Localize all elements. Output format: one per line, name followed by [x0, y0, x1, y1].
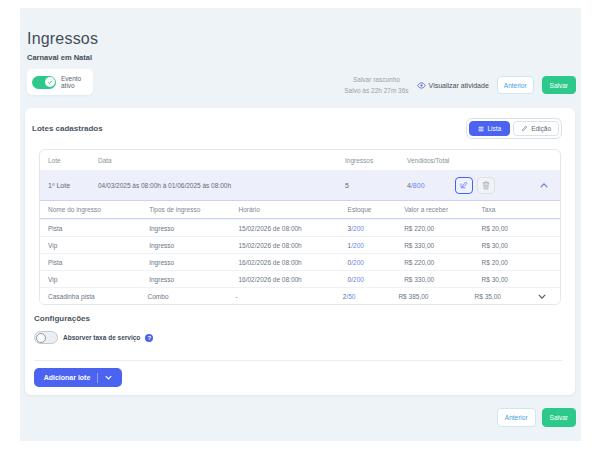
list-icon: [478, 126, 484, 132]
lots-table-header-row: Lote Data Ingressos Vendidos/Total: [40, 150, 560, 170]
card-divider: [34, 360, 562, 361]
trash-icon: [482, 181, 490, 190]
button-separator: [97, 373, 98, 383]
list-view-button[interactable]: Lista: [469, 121, 510, 136]
lots-card-header: Lotes cadastrados Lista Edição: [25, 108, 575, 139]
ticket-type: Combo: [148, 293, 236, 300]
help-icon[interactable]: ?: [145, 334, 153, 342]
view-activity-label: Visualizar atividade: [429, 82, 489, 89]
pencil-icon: [521, 125, 528, 132]
save-draft-title: Salvar rascunho: [344, 74, 408, 85]
ticket-name: Vip: [40, 276, 149, 283]
lot-date-range: 04/03/2025 às 08:00h à 01/06/2025 às 08:…: [98, 182, 345, 189]
lots-table: Lote Data Ingressos Vendidos/Total 1º Lo…: [39, 149, 561, 305]
lot-actions: [455, 177, 560, 194]
list-view-label: Lista: [487, 125, 501, 132]
header-actions: Salvar rascunho Salvo às 22h 27m 36s Vis…: [344, 74, 576, 96]
ticket-stock: 2/50: [343, 293, 399, 300]
edit-view-button[interactable]: Edição: [513, 121, 559, 136]
save-draft-time: Salvo às 22h 27m 36s: [344, 85, 408, 96]
tickets-table-header-row: Nome do ingresso Tipos de ingresso Horár…: [40, 200, 560, 219]
col-header-nome: Nome do ingresso: [40, 206, 149, 213]
ticket-schedule: -: [235, 293, 342, 300]
col-header-horario: Horário: [238, 206, 347, 213]
col-header-ingressos: Ingressos: [345, 157, 407, 164]
previous-button-top[interactable]: Anterior: [497, 76, 534, 94]
event-active-toggle[interactable]: [32, 76, 56, 89]
chevron-up-icon: [540, 183, 548, 188]
ticket-schedule: 15/02/2026 de 08:00h: [238, 242, 347, 249]
event-name: Carnaval em Natal: [27, 53, 92, 62]
ticket-stock: 0/200: [348, 259, 405, 266]
view-activity-link[interactable]: Visualizar atividade: [417, 82, 489, 89]
col-header-vendidos-total: Vendidos/Total: [407, 157, 455, 164]
ticket-fee: R$ 35,00: [475, 293, 538, 300]
lot-sold-total: 4/800: [407, 182, 455, 189]
lots-card: Lotes cadastrados Lista Edição Lote Data: [25, 108, 575, 395]
save-button-bottom[interactable]: Salvar: [542, 408, 576, 427]
delete-lot-button[interactable]: [477, 177, 495, 194]
view-mode-switch: Lista Edição: [466, 118, 562, 139]
ticket-name: Vip: [40, 242, 149, 249]
ticket-row: Vip Ingresso 16/02/2026 de 08:00h 0/200 …: [40, 270, 560, 287]
ticket-name: Pista: [40, 225, 149, 232]
ticket-row: Vip Ingresso 15/02/2026 de 08:00h 1/200 …: [40, 236, 560, 253]
ticket-row: Pista Ingresso 15/02/2026 de 08:00h 3/20…: [40, 219, 560, 236]
settings-title: Configurações: [34, 314, 562, 323]
expand-combo-button[interactable]: [538, 294, 560, 299]
footer-actions: Anterior Salvar: [497, 408, 576, 427]
ticket-schedule: 15/02/2026 de 08:00h: [238, 225, 347, 232]
ticket-row: Pista Ingresso 16/02/2026 de 08:00h 0/20…: [40, 253, 560, 270]
eye-icon: [417, 82, 426, 89]
lot-name: 1º Lote: [40, 182, 98, 189]
ticket-fee: R$ 30,00: [482, 242, 546, 249]
ticket-fee: R$ 20,00: [482, 225, 546, 232]
ticket-fee: R$ 20,00: [482, 259, 546, 266]
col-header-lote: Lote: [40, 157, 98, 164]
ticket-type: Ingresso: [149, 276, 238, 283]
check-icon: [47, 79, 53, 85]
ticket-type: Ingresso: [149, 259, 238, 266]
ticket-schedule: 16/02/2026 de 08:00h: [238, 259, 347, 266]
col-header-taxa: Taxa: [482, 206, 546, 213]
lot-tickets-count: 5: [345, 182, 407, 189]
ticket-value: R$ 220,00: [404, 225, 481, 232]
absorb-fee-toggle[interactable]: [34, 331, 58, 344]
ticket-type: Ingresso: [149, 225, 238, 232]
event-active-label: Evento ativo: [61, 75, 93, 89]
ticket-stock: 1/200: [348, 242, 405, 249]
col-header-estoque: Estoque: [348, 206, 405, 213]
lot-row: 1º Lote 04/03/2025 às 08:00h à 01/06/202…: [40, 170, 560, 200]
ticket-fee: R$ 30,00: [482, 276, 546, 283]
save-draft-status: Salvar rascunho Salvo às 22h 27m 36s: [344, 74, 408, 97]
ticket-name: Casadinha pista: [40, 293, 148, 300]
page-title: Ingressos: [27, 30, 98, 48]
ticket-name: Pista: [40, 259, 149, 266]
edit-lot-button[interactable]: [455, 177, 473, 194]
ticket-type: Ingresso: [149, 242, 238, 249]
absorb-fee-label: Absorver taxa de serviço: [63, 334, 140, 341]
ticket-value: R$ 330,00: [404, 276, 481, 283]
event-active-card: Evento ativo: [27, 69, 93, 95]
edit-icon: [460, 181, 468, 189]
ticket-schedule: 16/02/2026 de 08:00h: [238, 276, 347, 283]
add-lot-button[interactable]: Adicionar lote: [34, 368, 122, 387]
ticket-stock: 3/200: [348, 225, 405, 232]
col-header-data: Data: [98, 157, 345, 164]
ticket-stock: 0/200: [348, 276, 405, 283]
toggle-knob: [36, 333, 46, 343]
collapse-lot-button[interactable]: [540, 183, 548, 188]
lot-total: /800: [411, 182, 425, 189]
save-button-top[interactable]: Salvar: [542, 76, 576, 94]
toggle-knob: [45, 77, 55, 87]
edit-view-label: Edição: [531, 125, 551, 132]
ticket-value: R$ 330,00: [404, 242, 481, 249]
ticket-value: R$ 385,00: [398, 293, 474, 300]
previous-button-bottom[interactable]: Anterior: [497, 408, 536, 427]
page-background: Ingressos Carnaval em Natal Evento ativo…: [20, 8, 581, 441]
ticket-value: R$ 220,00: [404, 259, 481, 266]
absorb-fee-row: Absorver taxa de serviço ?: [34, 331, 562, 344]
chevron-down-icon: [538, 294, 546, 299]
col-header-valor: Valor a receber: [404, 206, 481, 213]
chevron-down-icon: [105, 375, 112, 380]
